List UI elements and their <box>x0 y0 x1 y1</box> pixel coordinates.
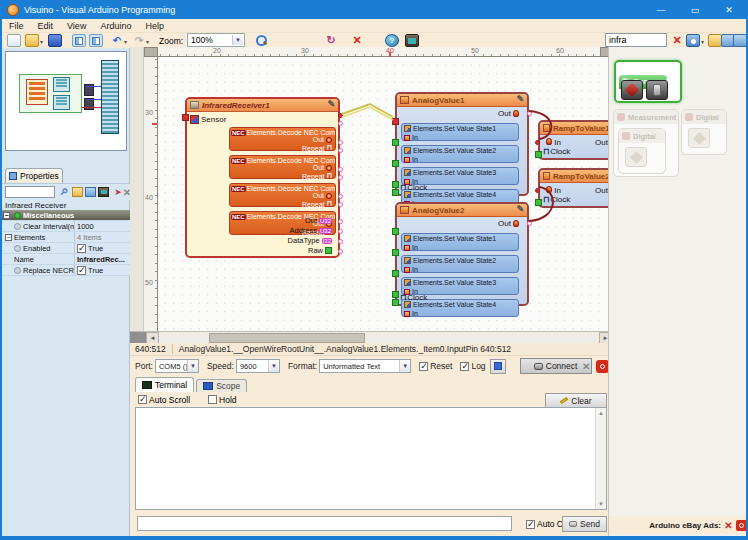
design-canvas[interactable]: 20 30 40 50 60 30 40 50 InfraredReceiver… <box>130 47 612 343</box>
maximize-button[interactable]: ▭ <box>678 0 712 19</box>
open-dropdown-icon[interactable]: ▾ <box>40 38 43 45</box>
close-button[interactable]: ✕ <box>712 0 746 19</box>
state4-in-pin[interactable] <box>392 291 399 298</box>
select-mode-icon[interactable] <box>686 34 700 47</box>
edit-pencil-icon[interactable]: ✎ <box>516 204 524 214</box>
repeat-pin-cmd1[interactable] <box>338 121 343 126</box>
block-header[interactable]: AnalogValue1 ✎ <box>397 94 527 107</box>
property-value[interactable]: 4 Items <box>74 232 130 242</box>
menu-arduino[interactable]: Arduino <box>93 21 138 31</box>
expand-category-icon[interactable] <box>708 34 722 47</box>
terminal-output[interactable]: ▲ ▼ <box>135 407 607 510</box>
log-checkbox-row[interactable]: Log <box>460 361 485 371</box>
ads-power-icon[interactable] <box>736 520 747 531</box>
new-project-icon[interactable] <box>7 34 21 47</box>
redo-icon[interactable]: ↷ <box>132 34 146 47</box>
collapse-all-icon[interactable] <box>733 34 747 47</box>
help-icon[interactable]: ? <box>385 34 399 47</box>
datatype-pin[interactable] <box>338 239 343 244</box>
port-select[interactable]: COM5 ()▼ <box>155 359 199 373</box>
clock-in-pin[interactable] <box>392 299 399 306</box>
property-value[interactable]: True <box>74 243 130 253</box>
scroll-left-icon[interactable]: ◄ <box>146 332 159 343</box>
zoom-dropdown-icon[interactable]: ▼ <box>232 35 243 45</box>
send-button[interactable]: Send <box>562 516 607 532</box>
edit-pencil-icon[interactable]: ✎ <box>327 99 335 109</box>
toggle-right-panel-icon[interactable] <box>89 34 103 47</box>
repeat-pin-cmd2[interactable] <box>338 148 343 153</box>
scrollbar-thumb[interactable] <box>209 333 365 343</box>
raw-pin[interactable] <box>338 249 343 254</box>
sensor-input-pin[interactable] <box>182 114 189 121</box>
ramp2-in-pin[interactable] <box>535 188 540 193</box>
property-value[interactable]: InfraredRec... <box>74 254 130 264</box>
overview-map[interactable] <box>5 51 127 151</box>
canvas-horizontal-scrollbar[interactable]: ◄ ► <box>130 331 612 343</box>
property-category-row[interactable]: − Miscellaneous <box>2 210 130 221</box>
edit-pencil-icon[interactable]: ✎ <box>516 94 524 104</box>
out-pin-cmd4[interactable] <box>338 194 343 199</box>
out-value-pin[interactable] <box>338 219 343 224</box>
block-header[interactable]: RampToValue1 <box>540 122 612 135</box>
analog2-out-pin[interactable] <box>527 221 532 226</box>
component-infrared-remote[interactable] <box>646 80 668 100</box>
out-pin-cmd1[interactable] <box>338 113 343 118</box>
save-project-icon[interactable] <box>48 34 62 47</box>
tab-properties[interactable]: Properties <box>5 168 63 183</box>
set-value-element-2[interactable]: Elements.Set Value State2 In <box>401 145 519 163</box>
scroll-up-icon[interactable]: ▲ <box>596 408 606 418</box>
log-checkbox[interactable] <box>460 362 469 371</box>
clock-in-pin[interactable] <box>392 189 399 196</box>
block-header[interactable]: RampToValue2 <box>540 170 612 183</box>
zoom-select[interactable]: 100% ▼ <box>187 33 245 47</box>
hold-row[interactable]: Hold <box>208 395 236 405</box>
clear-search-icon[interactable]: ✕ <box>670 34 684 47</box>
state3-in-pin[interactable] <box>392 160 399 167</box>
connect-button[interactable]: Connect <box>520 358 592 374</box>
address-pin[interactable] <box>338 229 343 234</box>
block-header[interactable]: AnalogValue2 ✎ <box>397 204 527 217</box>
undo-dropdown-icon[interactable]: ▾ <box>124 38 127 45</box>
state1-in-pin[interactable] <box>392 228 399 235</box>
zoom-in-icon[interactable] <box>254 34 268 47</box>
panel-splitter[interactable] <box>130 47 144 343</box>
block-analog-value-2[interactable]: AnalogValue2 ✎ Out Elements.Set Value St… <box>395 202 529 306</box>
state3-in-pin[interactable] <box>392 270 399 277</box>
analog1-out-pin[interactable] <box>527 111 532 116</box>
reset-checkbox[interactable] <box>419 362 428 371</box>
clear-button[interactable]: Clear <box>545 393 607 408</box>
nec-element-2[interactable]: NECElements.Decode NEC Command2 Out Repe… <box>229 155 336 179</box>
menu-edit[interactable]: Edit <box>31 21 61 31</box>
collapse-category-icon[interactable]: − <box>3 212 10 219</box>
enabled-checkbox[interactable] <box>77 244 86 253</box>
nec-element-1[interactable]: NECElements.Decode NEC Command1 Out Repe… <box>229 127 336 151</box>
property-value[interactable]: 1000 <box>74 221 130 231</box>
property-filter-input[interactable] <box>5 186 55 198</box>
collapse-elements-icon[interactable]: − <box>5 234 12 241</box>
compile-icon[interactable]: ↻ <box>324 34 338 47</box>
hold-checkbox[interactable] <box>208 395 217 404</box>
category-communication[interactable]: Communication <box>614 60 682 103</box>
state1-in-pin[interactable] <box>392 118 399 125</box>
category-measurement[interactable]: Measurement Digital <box>613 109 679 177</box>
block-header[interactable]: InfraredReceiver1 ✎ <box>187 99 338 112</box>
open-project-icon[interactable] <box>25 34 39 47</box>
categorize-icon[interactable] <box>98 187 109 197</box>
property-value[interactable]: True <box>74 265 130 275</box>
nec-element-3[interactable]: NECElements.Decode NEC Command3 Out Repe… <box>229 183 336 207</box>
send-input[interactable] <box>137 516 512 531</box>
state4-in-pin[interactable] <box>392 181 399 188</box>
state2-in-pin[interactable] <box>392 139 399 146</box>
component-infrared-receiver[interactable] <box>621 80 643 100</box>
set-value-element-2[interactable]: Elements.Set Value State2 In <box>401 255 519 273</box>
block-infrared-receiver[interactable]: InfraredReceiver1 ✎ Sensor NECElements.D… <box>185 97 340 258</box>
select-mode-dropdown-icon[interactable]: ▾ <box>701 38 704 45</box>
minimize-button[interactable]: — <box>644 0 678 19</box>
category-digital[interactable]: Digital <box>681 109 727 155</box>
block-analog-value-1[interactable]: AnalogValue1 ✎ Out Elements.Set Value St… <box>395 92 529 196</box>
menu-file[interactable]: File <box>2 21 31 31</box>
tab-scope[interactable]: Scope <box>196 379 247 392</box>
clock-in-pin[interactable] <box>535 151 542 158</box>
board-select-icon[interactable] <box>405 34 419 47</box>
block-ramp-to-value-2[interactable]: RampToValue2 In Out ⊓ Clock <box>538 168 612 208</box>
